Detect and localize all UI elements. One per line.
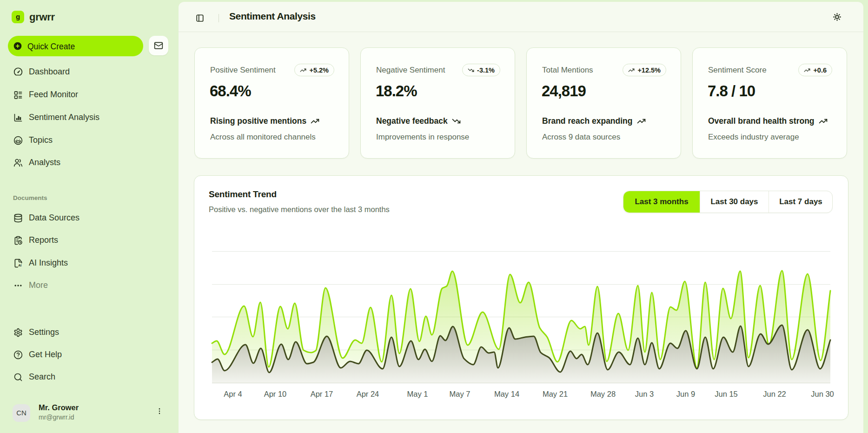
- svg-text:AI: AI: [18, 264, 21, 267]
